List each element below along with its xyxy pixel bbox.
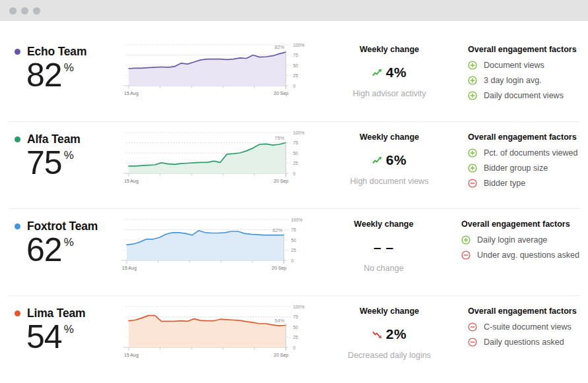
team-summary: Lima Team 54% <box>9 304 122 353</box>
plus-circle-icon <box>468 91 477 100</box>
engagement-factors-section: Overall engagement factors Pct. of docum… <box>449 130 579 188</box>
svg-text:15 Aug: 15 Aug <box>124 353 139 358</box>
svg-text:100%: 100% <box>293 131 304 135</box>
svg-text:0: 0 <box>291 258 294 263</box>
svg-text:25: 25 <box>293 335 298 339</box>
svg-text:0: 0 <box>293 84 296 88</box>
percent-sign: % <box>64 323 74 336</box>
trend-down-icon <box>372 330 382 339</box>
team-summary: Alfa Team 75% <box>9 130 122 179</box>
factor-list: Document views3 day login avg.Daily docu… <box>468 61 579 100</box>
engagement-factors-section: Overall engagement factors C-suite docum… <box>449 304 579 347</box>
percent-sign: % <box>64 61 74 74</box>
factor-label: Under avg. questions asked <box>477 250 579 260</box>
svg-text:50: 50 <box>293 151 298 156</box>
engagement-sparkline-chart: 100%755025082%15 Aug20 Sep <box>122 42 320 99</box>
factor-label: Bidder group size <box>484 163 548 173</box>
factors-header: Overall engagement factors <box>468 45 579 54</box>
current-value-label: 54% <box>275 318 284 324</box>
engagement-factor: Bidder type <box>468 179 579 188</box>
team-engagement-list: Echo Team 82% 100%755025082%15 Aug20 Sep… <box>0 21 588 382</box>
minus-circle-icon <box>468 338 477 347</box>
factor-label: Pct. of documents viewed <box>484 148 577 158</box>
engagement-sparkline-chart: 100%755025075%15 Aug20 Sep <box>122 130 320 187</box>
factor-label: C-suite document views <box>484 322 572 332</box>
svg-text:0: 0 <box>293 345 296 350</box>
team-row: Alfa Team 75% 100%755025075%15 Aug20 Sep… <box>9 121 579 208</box>
team-engagement-value: 82% <box>26 59 122 92</box>
svg-text:50: 50 <box>293 63 298 68</box>
change-percent: – – <box>374 239 394 255</box>
engagement-number: 62 <box>26 231 62 268</box>
factor-label: Document views <box>484 61 544 70</box>
window-control-dot[interactable] <box>33 7 40 15</box>
weekly-change-section: Weekly change 2% Decreased daily logins <box>320 304 449 360</box>
team-color-dot-icon <box>15 223 20 229</box>
app-window: Echo Team 82% 100%755025082%15 Aug20 Sep… <box>0 0 588 382</box>
engagement-sparkline-chart: 100%755025054%15 Aug20 Sep <box>122 304 320 361</box>
percent-sign: % <box>64 236 74 249</box>
change-percent: 6% <box>386 152 407 168</box>
weekly-change-header: Weekly change <box>330 45 449 54</box>
sparkline-svg: 100%755025082%15 Aug20 Sep <box>122 42 310 99</box>
team-engagement-value: 75% <box>26 146 122 179</box>
svg-text:100%: 100% <box>293 305 304 309</box>
factors-header: Overall engagement factors <box>468 133 579 142</box>
svg-text:75: 75 <box>293 314 298 319</box>
team-summary: Foxtrot Team 62% <box>9 217 120 266</box>
engagement-factor: Bidder group size <box>468 163 579 173</box>
engagement-number: 54 <box>26 318 62 355</box>
trend-icon-slot <box>372 156 382 165</box>
weekly-change-value: 4% <box>330 64 449 81</box>
trend-icon-slot <box>372 69 382 77</box>
engagement-sparkline-chart: 100%755025062%15 Aug20 Sep <box>120 217 315 274</box>
engagement-factor: Under avg. questions asked <box>461 250 579 260</box>
factor-list: Daily login averageUnder avg. questions … <box>461 235 579 260</box>
engagement-factor: Daily questions asked <box>468 338 579 347</box>
trend-up-icon <box>372 156 382 165</box>
weekly-change-header: Weekly change <box>330 307 449 316</box>
team-row: Foxtrot Team 62% 100%755025062%15 Aug20 … <box>9 208 579 295</box>
svg-text:75: 75 <box>291 227 296 232</box>
engagement-number: 82 <box>26 57 62 94</box>
team-color-dot-icon <box>15 136 20 142</box>
svg-text:0: 0 <box>293 171 296 176</box>
plus-circle-icon <box>468 163 477 173</box>
team-color-dot-icon <box>15 49 20 55</box>
svg-text:25: 25 <box>293 161 298 165</box>
minus-circle-icon <box>468 322 477 332</box>
trend-icon-slot <box>372 330 382 339</box>
weekly-change-note: High advisor activity <box>330 89 449 98</box>
factors-header: Overall engagement factors <box>461 220 579 229</box>
svg-text:20 Sep: 20 Sep <box>274 353 288 358</box>
window-control-dot[interactable] <box>9 7 16 15</box>
team-engagement-value: 62% <box>26 233 120 266</box>
current-value-label: 62% <box>273 227 282 233</box>
weekly-change-section: Weekly change – – No change <box>315 217 442 273</box>
window-control-dot[interactable] <box>21 7 28 15</box>
svg-text:15 Aug: 15 Aug <box>122 266 137 271</box>
factor-list: Pct. of documents viewedBidder group siz… <box>468 148 579 188</box>
change-percent: 4% <box>386 65 407 80</box>
trend-up-icon <box>372 69 382 77</box>
svg-text:20 Sep: 20 Sep <box>274 179 288 184</box>
engagement-factor: C-suite document views <box>468 322 579 332</box>
weekly-change-value: 2% <box>330 326 449 343</box>
svg-text:100%: 100% <box>293 43 304 47</box>
sparkline-svg: 100%755025062%15 Aug20 Sep <box>120 217 308 274</box>
engagement-factor: Daily document views <box>468 91 579 100</box>
factor-label: Daily questions asked <box>484 338 564 347</box>
plus-circle-icon <box>468 76 477 85</box>
svg-text:25: 25 <box>293 73 298 78</box>
weekly-change-note: High document views <box>330 177 449 186</box>
svg-text:75: 75 <box>293 140 298 145</box>
engagement-number: 75 <box>26 144 62 181</box>
minus-circle-icon <box>468 179 477 188</box>
engagement-factor: Pct. of documents viewed <box>468 148 579 158</box>
svg-text:100%: 100% <box>291 218 302 222</box>
change-percent: 2% <box>386 326 407 342</box>
minus-circle-icon <box>461 250 471 260</box>
current-value-label: 82% <box>275 44 284 50</box>
svg-text:20 Sep: 20 Sep <box>272 266 286 271</box>
factor-label: Daily login average <box>477 235 547 245</box>
